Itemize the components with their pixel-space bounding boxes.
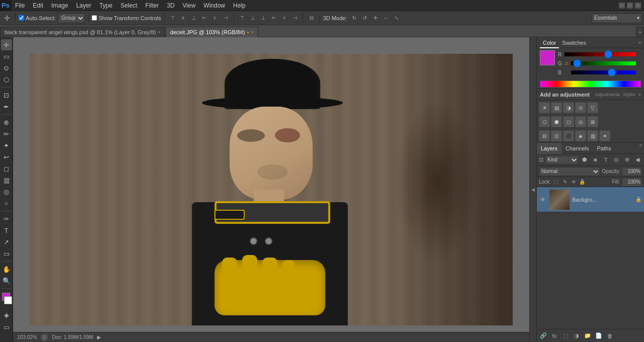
align-right-icon[interactable]: ⊣: [220, 13, 230, 23]
bw-icon[interactable]: ◻: [563, 116, 574, 127]
quick-mask-button[interactable]: ◈: [1, 309, 12, 320]
background-color[interactable]: [4, 296, 12, 304]
layer-delete-icon[interactable]: 🗑: [605, 331, 614, 340]
3d-pan-icon[interactable]: ✛: [370, 13, 380, 23]
adj-panel-collapse[interactable]: ≡: [638, 92, 641, 97]
dist-bottom-icon[interactable]: ⊥: [258, 13, 268, 23]
hue-sat-icon[interactable]: ⬡: [539, 116, 550, 127]
dist-left-icon[interactable]: ⊢: [269, 13, 279, 23]
text-tool[interactable]: T: [1, 225, 12, 236]
menu-window[interactable]: Window: [200, 0, 229, 11]
layer-filter-select[interactable]: Kind: [545, 155, 579, 164]
layer-link-icon[interactable]: 🔗: [539, 331, 548, 340]
menu-select[interactable]: Select: [116, 0, 141, 11]
adj-styles-tab[interactable]: Styles: [623, 92, 635, 97]
color-tab[interactable]: Color: [540, 37, 559, 48]
tabs-collapse-button[interactable]: »: [636, 27, 644, 37]
invert-icon[interactable]: ⊡: [551, 130, 562, 141]
menu-image[interactable]: Image: [47, 0, 72, 11]
eraser-tool[interactable]: ◻: [1, 163, 12, 174]
status-arrow-icon[interactable]: ▶: [97, 334, 101, 340]
lock-all-icon[interactable]: 🔒: [579, 179, 586, 186]
filter-pixel-icon[interactable]: ⬟: [580, 155, 589, 164]
channel-mixer-icon[interactable]: ⊞: [587, 116, 598, 127]
history-brush-tool[interactable]: ↩: [1, 151, 12, 162]
levels-icon[interactable]: ▤: [551, 102, 562, 113]
filter-shape-icon[interactable]: ◎: [612, 155, 621, 164]
doc-tab-2[interactable]: deceit.JPG @ 103% (RGB/8#) • ×: [166, 27, 258, 37]
group-select[interactable]: Group: [58, 13, 85, 23]
adj-panel-tabs-icon[interactable]: Adjustments: [595, 92, 620, 97]
lock-move-icon[interactable]: ✛: [570, 179, 577, 186]
layers-tab[interactable]: Layers: [537, 143, 561, 154]
color-balance-icon[interactable]: ⬟: [551, 116, 562, 127]
align-bottom-icon[interactable]: ⊥: [189, 13, 199, 23]
3d-slide-icon[interactable]: ↔: [381, 13, 391, 23]
swatches-tab[interactable]: Swatches: [559, 37, 589, 48]
extra-icon[interactable]: ⊟: [306, 13, 316, 23]
blend-mode-select[interactable]: Normal: [539, 167, 600, 176]
menu-filter[interactable]: Filter: [141, 0, 163, 11]
doc-tab-1-close[interactable]: ×: [158, 30, 160, 35]
align-hcenter-icon[interactable]: ⊧: [210, 13, 220, 23]
crop-tool[interactable]: ⊡: [1, 90, 12, 101]
menu-layer[interactable]: Layer: [72, 0, 95, 11]
zoom-tool[interactable]: 🔍: [1, 275, 12, 286]
selective-color-icon[interactable]: ✦: [599, 130, 610, 141]
photo-filter-icon[interactable]: ◎: [575, 116, 586, 127]
align-top-icon[interactable]: ⊤: [168, 13, 178, 23]
menu-type[interactable]: Type: [95, 0, 116, 11]
current-color-swatch[interactable]: [540, 50, 555, 65]
posterize-icon[interactable]: ⬛: [563, 130, 574, 141]
curves-icon[interactable]: ◑: [563, 102, 574, 113]
menu-file[interactable]: File: [11, 0, 29, 11]
3d-rotate-icon[interactable]: ↻: [349, 13, 359, 23]
gradient-tool[interactable]: ▥: [1, 175, 12, 186]
threshold-icon[interactable]: ◈: [575, 130, 586, 141]
brush-tool[interactable]: ✏: [1, 128, 12, 139]
dist-hcenter-icon[interactable]: ⊧: [279, 13, 289, 23]
g-slider[interactable]: [571, 61, 636, 65]
canvas-image[interactable]: [30, 54, 513, 325]
close-button[interactable]: ×: [635, 3, 641, 9]
pen-tool[interactable]: ✑: [1, 213, 12, 224]
filter-adj-icon[interactable]: ◈: [591, 155, 600, 164]
color-panel-collapse-icon[interactable]: ≡: [638, 40, 641, 45]
filter-toggle[interactable]: ◀: [633, 155, 642, 164]
lock-position-icon[interactable]: ✎: [561, 179, 569, 186]
spot-heal-tool[interactable]: ⊕: [1, 117, 12, 128]
layers-panel-collapse[interactable]: ≡: [639, 143, 644, 153]
exposure-icon[interactable]: ⊙: [575, 102, 586, 113]
fill-value[interactable]: 100%: [622, 178, 642, 187]
doc-tab-1[interactable]: black transparent angel wings.psd @ 81.1…: [0, 27, 165, 37]
menu-help[interactable]: Help: [229, 0, 250, 11]
lasso-tool[interactable]: ⊙: [1, 62, 12, 73]
auto-select-checkbox[interactable]: [19, 15, 24, 21]
dodge-tool[interactable]: ○: [1, 198, 12, 209]
color-spectrum-bar[interactable]: [540, 80, 641, 88]
layer-mask-icon[interactable]: ⬚: [561, 331, 570, 340]
lock-pixels-icon[interactable]: ⬚: [553, 179, 560, 186]
layer-visibility-toggle[interactable]: 👁: [539, 196, 547, 204]
menu-3d[interactable]: 3D: [163, 0, 178, 11]
filter-smart-icon[interactable]: ⊕: [622, 155, 631, 164]
layer-new-icon[interactable]: 📄: [594, 331, 603, 340]
dist-top-icon[interactable]: ⊤: [237, 13, 247, 23]
doc-tab-2-close[interactable]: ×: [251, 30, 254, 35]
move-tool[interactable]: ✛: [1, 39, 12, 50]
channels-tab[interactable]: Channels: [561, 143, 593, 154]
dist-vcenter-icon[interactable]: ⊥: [248, 13, 258, 23]
brightness-contrast-icon[interactable]: ☀: [539, 102, 550, 113]
clone-stamp-tool[interactable]: ✦: [1, 140, 12, 151]
gradient-map-icon[interactable]: ▥: [587, 130, 598, 141]
minimize-button[interactable]: ─: [619, 3, 625, 9]
layer-adj-icon[interactable]: ◑: [572, 331, 581, 340]
marquee-tool[interactable]: ▭: [1, 51, 12, 62]
restore-button[interactable]: □: [627, 3, 633, 9]
r-slider[interactable]: [565, 52, 636, 56]
shape-tool[interactable]: ▭: [1, 248, 12, 259]
panel-toggle[interactable]: ◀: [529, 37, 536, 342]
align-vcenter-icon[interactable]: ≡: [178, 13, 188, 23]
layer-fx-icon[interactable]: fx: [550, 331, 559, 340]
3d-roll-icon[interactable]: ↺: [360, 13, 370, 23]
